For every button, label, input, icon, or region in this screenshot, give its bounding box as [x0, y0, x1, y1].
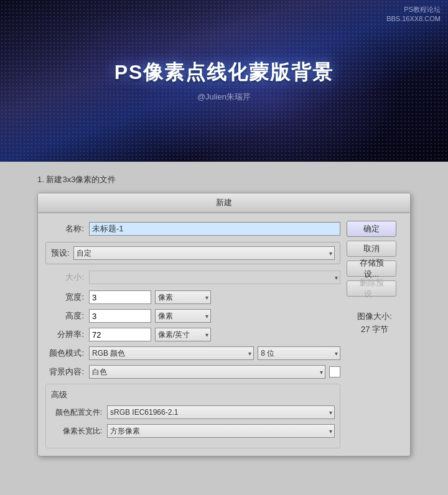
dialog-titlebar: 新建: [38, 193, 410, 213]
height-unit-select[interactable]: 像素: [155, 309, 211, 323]
color-mode-row: 颜色模式: RGB 颜色 8 位: [45, 346, 340, 360]
new-file-dialog: 新建 名称: 预设:: [37, 193, 411, 456]
preset-select-wrapper: 自定: [73, 246, 335, 260]
height-input[interactable]: [89, 309, 151, 323]
save-preset-button[interactable]: 存储预设...: [347, 261, 396, 277]
resolution-label: 分辨率:: [45, 329, 89, 340]
color-bit-select[interactable]: 8 位: [258, 346, 340, 360]
color-profile-label: 颜色配置文件:: [51, 407, 107, 418]
resolution-unit-select[interactable]: 像素/英寸: [155, 328, 211, 341]
resolution-unit-wrapper: 像素/英寸: [155, 328, 211, 341]
dialog-buttons: 确定 取消 存储预设... 删除预设... 图像大小: 27 字节: [347, 221, 403, 448]
content-area: 1. 新建3x3像素的文件 新建 名称: 预设:: [0, 162, 448, 475]
size-select[interactable]: [89, 271, 340, 284]
image-size-info: 图像大小: 27 字节: [347, 310, 403, 336]
color-profile-select-wrapper: sRGB IEC61966-2.1: [107, 405, 335, 419]
forum-label: PS教程论坛 BBS.16XX8.COM: [386, 5, 441, 24]
advanced-section: 高级 颜色配置文件: sRGB IEC61966-2.1 像素长宽比:: [45, 384, 340, 448]
color-profile-select[interactable]: sRGB IEC61966-2.1: [107, 405, 335, 419]
color-bit-select-wrapper: 8 位: [258, 346, 340, 360]
color-mode-label: 颜色模式:: [45, 348, 89, 359]
bg-label: 背景内容:: [45, 366, 89, 377]
height-label: 高度:: [45, 310, 89, 322]
color-mode-select-wrapper: RGB 颜色: [89, 346, 254, 360]
banner-title: PS像素点线化蒙版背景: [114, 59, 334, 86]
preset-label: 预设:: [51, 247, 70, 259]
banner: PS教程论坛 BBS.16XX8.COM PS像素点线化蒙版背景 @Julien…: [0, 0, 448, 162]
cancel-button[interactable]: 取消: [347, 241, 396, 257]
size-row: 大小:: [45, 269, 340, 285]
image-size-value: 27 字节: [347, 323, 403, 336]
width-row: 宽度: 像素: [45, 290, 340, 304]
resolution-input[interactable]: [89, 328, 151, 341]
pixel-ratio-select-wrapper: 方形像素: [107, 424, 335, 438]
banner-subtitle: @Julien朱瑞芹: [197, 91, 251, 103]
name-input[interactable]: [89, 222, 340, 236]
dialog-title: 新建: [216, 198, 232, 207]
background-row: 背景内容: 白色: [45, 365, 340, 379]
image-size-label: 图像大小:: [347, 310, 403, 323]
color-mode-select[interactable]: RGB 颜色: [89, 346, 254, 360]
width-label: 宽度:: [45, 292, 89, 303]
name-control: [89, 222, 340, 236]
height-row: 高度: 像素: [45, 309, 340, 323]
width-input[interactable]: [89, 290, 151, 304]
name-row: 名称:: [45, 221, 340, 237]
pixel-ratio-select[interactable]: 方形像素: [107, 424, 335, 438]
dialog-body: 名称: 预设: 自定: [38, 213, 410, 456]
advanced-title: 高级: [51, 389, 335, 400]
preset-section: 预设: 自定: [45, 242, 340, 264]
color-selects: RGB 颜色 8 位: [89, 346, 340, 360]
size-control: [89, 271, 340, 284]
ok-button[interactable]: 确定: [347, 221, 396, 237]
resolution-row: 分辨率: 像素/英寸: [45, 328, 340, 341]
step-label: 1. 新建3x3像素的文件: [37, 174, 411, 185]
pixel-ratio-row: 像素长宽比: 方形像素: [51, 424, 335, 438]
height-unit-wrapper: 像素: [155, 309, 211, 323]
bg-select-wrapper: 白色: [89, 365, 325, 379]
bg-select[interactable]: 白色: [89, 365, 325, 379]
color-profile-row: 颜色配置文件: sRGB IEC61966-2.1: [51, 405, 335, 419]
bg-color-swatch[interactable]: [329, 366, 340, 377]
width-unit-select[interactable]: 像素: [155, 290, 211, 304]
name-label: 名称:: [45, 223, 89, 234]
preset-select[interactable]: 自定: [73, 246, 335, 260]
dialog-form: 名称: 预设: 自定: [45, 221, 340, 448]
size-select-wrapper: [89, 271, 340, 284]
size-label: 大小:: [45, 272, 89, 283]
delete-preset-button[interactable]: 删除预设...: [347, 280, 396, 297]
width-unit-wrapper: 像素: [155, 290, 211, 304]
pixel-ratio-label: 像素长宽比:: [51, 426, 107, 437]
